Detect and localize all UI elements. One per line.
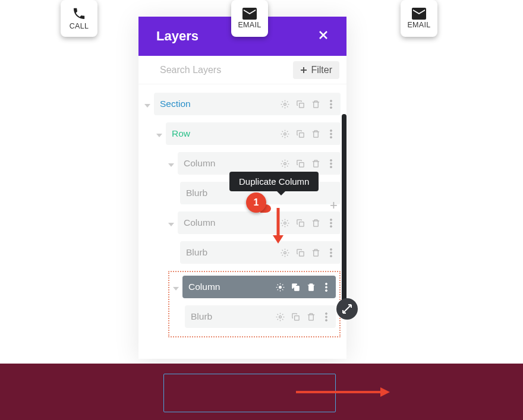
cta-label: CALL (70, 22, 89, 30)
duplicate-icon[interactable] (295, 99, 305, 109)
tree-row-row[interactable]: Row (144, 122, 341, 149)
svg-rect-26 (294, 286, 299, 290)
close-icon[interactable] (318, 30, 329, 43)
svg-rect-31 (294, 315, 299, 320)
gear-icon[interactable] (280, 159, 289, 168)
svg-point-30 (279, 315, 281, 318)
svg-marker-36 (273, 235, 283, 244)
chevron-down-icon[interactable] (173, 287, 179, 290)
layer-label: Section (160, 99, 191, 109)
more-icon[interactable] (326, 99, 336, 109)
duplicate-icon[interactable] (295, 218, 305, 228)
duplicate-icon[interactable] (291, 282, 300, 292)
layer-tree: Section Row (138, 84, 346, 359)
chevron-down-icon[interactable] (156, 134, 162, 137)
duplicate-tooltip: Duplicate Column (229, 172, 319, 191)
svg-point-20 (283, 251, 286, 254)
tree-row-blurb[interactable]: Blurb (173, 305, 336, 331)
search-input[interactable] (160, 65, 255, 75)
scrollbar[interactable] (342, 114, 346, 304)
trash-icon[interactable] (306, 312, 316, 321)
envelope-icon (242, 8, 257, 20)
gear-icon[interactable] (275, 282, 285, 292)
duplicate-icon[interactable] (295, 248, 305, 257)
svg-point-18 (330, 222, 332, 224)
trash-icon[interactable] (311, 159, 320, 168)
tree-row-column-selected[interactable]: Column (173, 276, 336, 302)
svg-rect-21 (299, 251, 304, 256)
svg-point-24 (330, 255, 332, 257)
layer-actions (280, 129, 336, 138)
svg-point-2 (330, 100, 332, 102)
duplicate-icon[interactable] (295, 129, 305, 138)
filter-button[interactable]: Filter (293, 61, 339, 79)
tree-row-section[interactable]: Section (144, 93, 341, 119)
tree-row-column-active[interactable]: Column (144, 211, 341, 238)
email-button[interactable]: EMAIL (231, 0, 268, 37)
layer-actions (280, 218, 336, 228)
more-icon[interactable] (326, 129, 336, 138)
layer-label: Column (184, 158, 215, 169)
resize-handle-icon[interactable] (336, 298, 358, 320)
call-button[interactable]: CALL (61, 0, 97, 37)
svg-point-14 (330, 166, 332, 168)
svg-point-0 (283, 103, 286, 105)
svg-point-29 (326, 289, 327, 291)
panel-title: Layers (156, 29, 199, 44)
more-icon[interactable] (326, 218, 336, 228)
svg-point-4 (330, 106, 332, 108)
layer-label: Blurb (186, 188, 207, 198)
layer-actions (275, 312, 331, 321)
svg-point-13 (330, 163, 332, 165)
trash-icon[interactable] (306, 282, 316, 292)
trash-icon[interactable] (311, 218, 320, 228)
svg-point-19 (330, 225, 332, 227)
add-layer-icon[interactable]: + (330, 198, 338, 213)
svg-point-3 (330, 103, 332, 105)
layer-label: Row (172, 128, 190, 139)
layer-label: Column (188, 282, 220, 292)
trash-icon[interactable] (311, 99, 320, 109)
email-button-duplicate[interactable]: EMAIL (401, 0, 437, 37)
more-icon[interactable] (326, 159, 336, 168)
annotation-arrow-right (296, 386, 391, 398)
more-icon[interactable] (322, 312, 331, 321)
gear-icon[interactable] (280, 129, 289, 138)
filter-label: Filter (311, 65, 332, 75)
svg-marker-38 (380, 387, 390, 397)
svg-point-22 (330, 248, 332, 250)
duplicate-icon[interactable] (291, 312, 300, 321)
gear-icon[interactable] (280, 99, 289, 109)
more-icon[interactable] (322, 282, 331, 292)
trash-icon[interactable] (311, 248, 320, 257)
layer-label: Blurb (186, 247, 207, 258)
cta-label: EMAIL (238, 21, 261, 29)
gear-icon[interactable] (275, 312, 285, 321)
duplicate-icon[interactable] (295, 159, 305, 168)
svg-point-27 (326, 283, 327, 285)
layer-label: Column (184, 217, 215, 228)
svg-point-34 (326, 319, 327, 321)
svg-point-5 (283, 132, 286, 135)
annotation-arrow-down (272, 208, 284, 245)
svg-point-8 (330, 133, 332, 135)
svg-point-10 (283, 162, 286, 165)
layer-actions (280, 159, 336, 168)
step-marker: 1 (246, 192, 266, 213)
layer-actions (275, 282, 331, 292)
chevron-down-icon[interactable] (144, 104, 150, 108)
svg-point-33 (326, 316, 327, 318)
cta-label: EMAIL (407, 21, 430, 29)
svg-point-12 (330, 159, 332, 161)
gear-icon[interactable] (280, 248, 289, 257)
chevron-down-icon[interactable] (168, 163, 174, 167)
layer-actions (280, 99, 336, 109)
svg-point-23 (330, 252, 332, 254)
envelope-icon (412, 8, 426, 20)
layer-actions (280, 248, 336, 257)
chevron-down-icon[interactable] (168, 223, 174, 226)
tree-row-blurb[interactable]: Blurb (144, 241, 341, 267)
trash-icon[interactable] (311, 129, 320, 138)
phone-icon (72, 7, 86, 21)
more-icon[interactable] (326, 248, 336, 257)
